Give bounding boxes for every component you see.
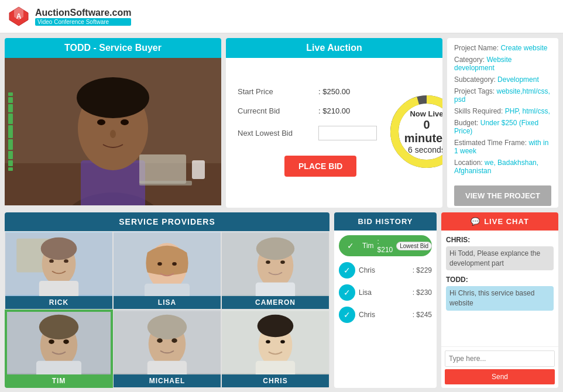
location-row: Location: we, Badakhshan, Afghanistan bbox=[454, 159, 551, 175]
logo-text: AuctionSoftware.com Video Conference Sof… bbox=[35, 8, 131, 26]
video-content bbox=[5, 58, 221, 205]
timer-minutes: 0 minutes bbox=[404, 118, 442, 145]
svg-point-40 bbox=[63, 339, 69, 344]
bid-name-tim: Tim bbox=[362, 242, 374, 250]
lisa-name: LISA bbox=[114, 296, 221, 309]
svg-rect-41 bbox=[36, 361, 81, 374]
bid-avatar-chris2: ✓ bbox=[339, 307, 355, 323]
bid-item-chris2: ✓ Chris : $245 bbox=[339, 307, 432, 323]
project-name-row: Project Name: Create website bbox=[454, 44, 551, 52]
bid-item-chris1: ✓ Chris : $229 bbox=[339, 262, 432, 278]
svg-point-11 bbox=[121, 119, 129, 125]
svg-point-22 bbox=[49, 259, 54, 263]
tags-row: Project Tags: website,html/css, psd bbox=[454, 87, 551, 104]
category-label: Category: bbox=[454, 56, 485, 64]
timer-text: Now Live 0 minutes 6 seconds bbox=[404, 109, 442, 154]
chat-header: 💬 LIVE CHAT bbox=[441, 212, 558, 231]
chat-bubble-todd: Hi Chris, this service based website bbox=[446, 286, 554, 311]
chat-title: LIVE CHAT bbox=[484, 217, 529, 226]
next-lowest-label: Next Lowest Bid bbox=[238, 129, 314, 137]
svg-point-21 bbox=[41, 238, 77, 260]
top-row: TODD - Service Buyer bbox=[5, 38, 558, 208]
category-row: Category: Website development bbox=[454, 56, 551, 72]
subcategory-row: Subcategory: Development bbox=[454, 75, 551, 84]
logo: A AuctionSoftware.com Video Conference S… bbox=[7, 5, 131, 28]
time-label: Estimated Time Frame: bbox=[454, 139, 527, 147]
svg-point-28 bbox=[172, 262, 177, 266]
current-bid-value: : $210.00 bbox=[318, 106, 350, 115]
v-bar-1 bbox=[8, 92, 13, 96]
timer-circle: Now Live 0 minutes 6 seconds bbox=[389, 94, 442, 170]
bid-item-tim: ✓ Tim : $210 Lowest Bid bbox=[339, 235, 432, 256]
v-bar-9 bbox=[8, 167, 13, 171]
provider-rick[interactable]: RICK bbox=[5, 231, 113, 310]
michael-avatar bbox=[114, 310, 221, 374]
svg-point-46 bbox=[171, 338, 177, 343]
svg-point-38 bbox=[39, 315, 78, 339]
chat-msg-chris: CHRIS: Hi Todd, Please explance the deve… bbox=[446, 235, 554, 270]
svg-point-27 bbox=[157, 262, 162, 266]
svg-rect-47 bbox=[147, 361, 187, 374]
providers-panel: SERVICE PROVIDERS bbox=[5, 212, 329, 388]
bid-name-lisa: Lisa bbox=[359, 288, 409, 297]
tags-label: Project Tags: bbox=[454, 87, 495, 95]
cameron-avatar bbox=[222, 232, 329, 296]
chat-input[interactable] bbox=[445, 350, 555, 367]
timer-seconds: 6 seconds bbox=[404, 145, 442, 154]
bid-avatar-chris1: ✓ bbox=[339, 262, 355, 278]
provider-michael[interactable]: MICHAEL bbox=[113, 310, 221, 388]
time-row: Estimated Time Frame: with in 1 week bbox=[454, 139, 551, 155]
bid-header: BID HISTORY bbox=[334, 212, 437, 231]
current-bid-label: Currecnt Bid bbox=[238, 106, 314, 115]
chat-bubble-chris: Hi Todd, Please explance the development… bbox=[446, 246, 554, 271]
svg-point-34 bbox=[280, 260, 285, 264]
chris-name: CHRIS bbox=[222, 374, 329, 387]
auction-header: Live Auction bbox=[226, 38, 442, 58]
svg-point-10 bbox=[97, 119, 105, 125]
start-price-label: Start Price bbox=[238, 87, 314, 96]
v-bar-4 bbox=[8, 114, 13, 124]
next-lowest-input[interactable] bbox=[318, 126, 377, 140]
tim-name: TIM bbox=[5, 374, 112, 387]
bid-name-chris1: Chris bbox=[359, 266, 409, 274]
providers-grid: RICK LISA bbox=[5, 231, 329, 388]
svg-point-52 bbox=[280, 340, 285, 343]
subcategory-label: Subcategory: bbox=[454, 75, 496, 84]
chat-send-button[interactable]: Send bbox=[445, 369, 555, 384]
skills-label: Skills Required: bbox=[454, 107, 503, 115]
chat-sender-todd: TODD: bbox=[446, 275, 554, 285]
svg-point-44 bbox=[147, 315, 187, 339]
bid-item-lisa: ✓ Lisa : $230 bbox=[339, 284, 432, 301]
lisa-avatar bbox=[114, 232, 221, 296]
cameron-name: CAMERON bbox=[222, 296, 329, 309]
volume-bar bbox=[8, 92, 13, 171]
svg-rect-24 bbox=[39, 281, 78, 296]
svg-rect-35 bbox=[256, 283, 295, 296]
view-project-button[interactable]: VIEW THE PROJECT bbox=[454, 185, 551, 206]
person-placeholder bbox=[5, 58, 221, 205]
main-content: TODD - Service Buyer bbox=[0, 33, 563, 392]
bid-avatar-tim: ✓ bbox=[342, 238, 359, 254]
rick-avatar bbox=[5, 232, 112, 296]
bid-amount-tim: : $210 bbox=[377, 238, 393, 254]
svg-rect-53 bbox=[256, 361, 295, 374]
provider-tim[interactable]: TIM bbox=[5, 310, 113, 388]
tim-avatar bbox=[5, 310, 112, 374]
provider-chris[interactable]: CHRIS bbox=[221, 310, 329, 388]
video-panel: TODD - Service Buyer bbox=[5, 38, 221, 208]
bid-avatar-lisa: ✓ bbox=[339, 284, 355, 301]
provider-cameron[interactable]: CAMERON bbox=[221, 231, 329, 310]
chat-sender-chris: CHRIS: bbox=[446, 235, 554, 245]
michael-name: MICHAEL bbox=[114, 374, 221, 387]
chat-footer: Send bbox=[441, 346, 558, 388]
svg-rect-15 bbox=[192, 160, 205, 179]
provider-lisa[interactable]: LISA bbox=[113, 231, 221, 310]
svg-point-9 bbox=[77, 77, 149, 118]
auction-body: Start Price : $250.00 Currecnt Bid : $21… bbox=[226, 58, 442, 205]
budget-row: Budget: Under $250 (Fixed Price) bbox=[454, 119, 551, 135]
svg-text:A: A bbox=[16, 12, 22, 20]
start-price-row: Start Price : $250.00 bbox=[238, 87, 377, 96]
svg-rect-29 bbox=[145, 284, 190, 296]
video-header: TODD - Service Buyer bbox=[5, 38, 221, 58]
place-bid-button[interactable]: PLACE BID bbox=[284, 156, 356, 177]
